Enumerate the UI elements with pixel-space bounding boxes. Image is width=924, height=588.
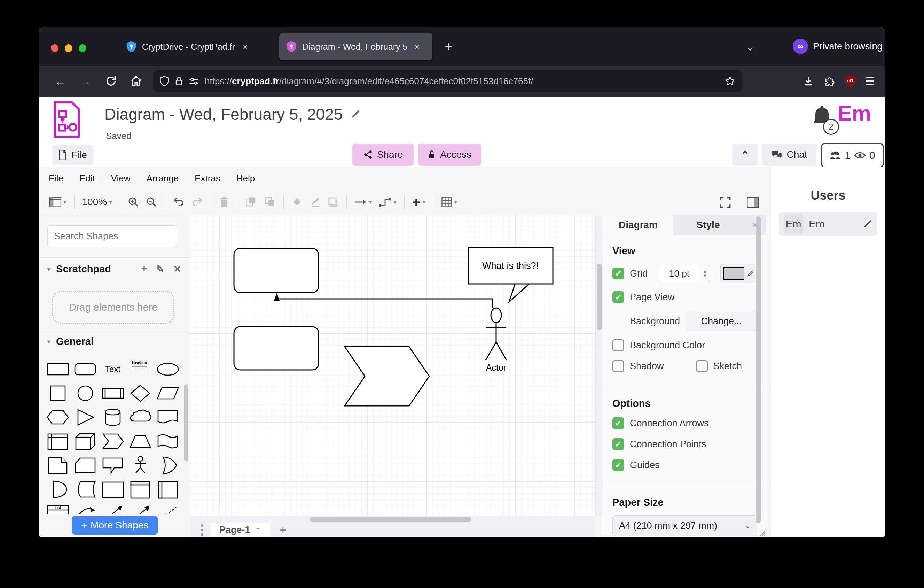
scratchpad-add-icon[interactable]: +: [141, 263, 147, 275]
actor-label[interactable]: Actor: [486, 363, 506, 372]
grid-checkbox[interactable]: ✓: [612, 268, 624, 279]
connection-style-button[interactable]: ▾: [351, 193, 376, 211]
fullscreen-button[interactable]: [716, 193, 734, 211]
zoom-level-dropdown[interactable]: 100%▾: [79, 193, 116, 211]
connector-edge[interactable]: [277, 299, 493, 307]
canvas-horizontal-scrollbar[interactable]: [190, 515, 595, 523]
share-button[interactable]: Share: [352, 144, 414, 166]
palette-shape-cloud[interactable]: [126, 405, 154, 429]
palette-shape-tape[interactable]: [154, 429, 182, 453]
palette-shape-and[interactable]: [44, 477, 71, 501]
palette-shape-internal-storage[interactable]: [44, 429, 71, 453]
format-panel-toggle-button[interactable]: [743, 193, 762, 211]
palette-shape-note[interactable]: [44, 453, 71, 477]
tab-style[interactable]: Style: [673, 215, 743, 235]
connection-arrows-checkbox[interactable]: ✓: [612, 417, 624, 429]
file-button[interactable]: File: [52, 145, 93, 165]
search-input[interactable]: [53, 231, 178, 242]
scratchpad-close-icon[interactable]: ✕: [173, 263, 182, 275]
guides-checkbox[interactable]: ✓: [612, 459, 624, 471]
palette-shape-trapezoid[interactable]: [126, 429, 154, 453]
canvas-vertical-scrollbar[interactable]: [595, 215, 603, 515]
palette-shape-rectangle[interactable]: [44, 357, 71, 381]
palette-shape-heading[interactable]: Heading: [126, 357, 154, 381]
tab-diagram[interactable]: Diagram: [603, 215, 673, 235]
page-view-checkbox[interactable]: ✓: [612, 291, 624, 303]
edit-name-pencil-icon[interactable]: [863, 219, 873, 229]
palette-shape-circle[interactable]: [71, 381, 99, 405]
chat-button[interactable]: Chat: [762, 144, 817, 166]
palette-shape-document[interactable]: [154, 405, 182, 429]
palette-shape-parallelogram[interactable]: [154, 381, 182, 405]
reload-button[interactable]: [102, 73, 120, 90]
collapse-triangle-icon[interactable]: ▾: [47, 338, 51, 345]
account-initials[interactable]: Em: [838, 101, 871, 126]
change-background-button[interactable]: Change...: [685, 311, 757, 331]
grid-size-input[interactable]: 10 pt: [658, 265, 701, 282]
scratchpad-dropzone[interactable]: Drag elements here: [52, 291, 174, 324]
redo-button[interactable]: [188, 193, 207, 211]
menu-arrange[interactable]: Arrange: [147, 173, 179, 184]
tab-close-icon[interactable]: ×: [243, 41, 248, 52]
scrollbar-thumb[interactable]: [597, 264, 602, 330]
palette-shape-data-storage[interactable]: [71, 477, 99, 501]
palette-shape-dashed-line[interactable]: [154, 501, 182, 514]
delete-button[interactable]: [216, 193, 233, 211]
url-bar[interactable]: https://cryptpad.fr/diagram/#/3/diagram/…: [153, 70, 742, 92]
palette-shape-step[interactable]: [99, 429, 126, 453]
forward-button[interactable]: →: [77, 73, 94, 90]
panel-scrollbar[interactable]: [756, 216, 761, 523]
palette-shape-card[interactable]: [71, 453, 99, 477]
shape-rounded-rectangle-1[interactable]: [234, 248, 318, 292]
resize-grip-icon[interactable]: [757, 528, 766, 537]
downloads-button[interactable]: [800, 73, 817, 90]
waypoint-style-button[interactable]: ▾: [375, 193, 400, 211]
zoom-out-button[interactable]: [142, 193, 160, 211]
extensions-button[interactable]: [821, 73, 838, 90]
shape-search-box[interactable]: [47, 225, 177, 247]
view-panels-button[interactable]: ▾: [46, 193, 70, 211]
fill-color-button[interactable]: [288, 193, 306, 211]
pages-menu-button[interactable]: [194, 524, 210, 536]
paper-size-select[interactable]: A4 (210 mm x 297 mm) ⌄: [612, 515, 757, 536]
insert-button[interactable]: +▾: [409, 193, 429, 211]
menu-view[interactable]: View: [111, 173, 130, 184]
menu-edit[interactable]: Edit: [79, 173, 95, 184]
tab-close-icon[interactable]: ×: [414, 41, 419, 52]
diagram-canvas[interactable]: What is this?! Actor: [190, 215, 595, 515]
tab-cryptdrive[interactable]: CryptDrive - CryptPad.fr ×: [126, 33, 248, 60]
back-button[interactable]: ←: [51, 73, 69, 90]
collapse-triangle-icon[interactable]: ▾: [47, 266, 51, 273]
collapse-toolbar-button[interactable]: ⌃: [732, 144, 758, 166]
palette-shape-or[interactable]: [154, 453, 182, 477]
connection-points-checkbox[interactable]: ✓: [612, 438, 624, 450]
window-zoom-button[interactable]: [79, 44, 86, 52]
zoom-in-button[interactable]: [124, 193, 142, 211]
palette-shape-list[interactable]: List: [44, 501, 71, 514]
grid-color-button[interactable]: [720, 264, 757, 283]
palette-shape-cube[interactable]: [71, 429, 99, 453]
presence-indicator[interactable]: 1 0: [821, 143, 884, 168]
add-page-button[interactable]: +: [279, 523, 287, 537]
palette-shape-container[interactable]: [99, 477, 126, 501]
ublock-button[interactable]: uO: [842, 73, 859, 90]
to-back-button[interactable]: [261, 193, 279, 211]
shape-rounded-rectangle-2[interactable]: [234, 327, 318, 370]
new-tab-button[interactable]: +: [445, 40, 453, 53]
scratchpad-edit-icon[interactable]: ✎: [156, 263, 164, 275]
window-close-button[interactable]: [51, 44, 58, 52]
menu-file[interactable]: File: [49, 173, 63, 184]
tab-diagram-active[interactable]: Diagram - Wed, February 5, 202 ×: [279, 33, 432, 60]
user-list-item[interactable]: Em Em: [779, 212, 877, 236]
palette-shape-ellipse[interactable]: [154, 357, 182, 381]
palette-shape-triangle[interactable]: [71, 405, 99, 429]
undo-button[interactable]: [169, 193, 188, 211]
shape-step-chevron[interactable]: [345, 347, 429, 406]
window-minimize-button[interactable]: [65, 44, 73, 52]
table-button[interactable]: ▾: [437, 193, 461, 211]
palette-shape-actor[interactable]: [126, 453, 154, 477]
palette-shape-vertical-container[interactable]: [126, 477, 154, 501]
palette-shape-text[interactable]: Text: [99, 357, 126, 381]
home-button[interactable]: [127, 73, 145, 90]
bookmark-star-icon[interactable]: [725, 76, 735, 86]
